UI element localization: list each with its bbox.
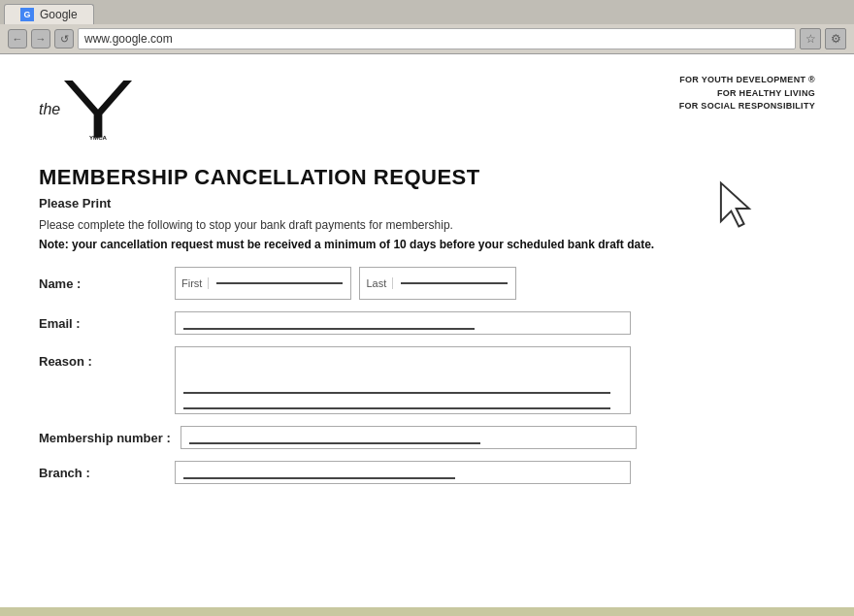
reason-row: Reason :	[39, 346, 815, 414]
page-content: the YMCA FOR YOUTH DEVELOPMENT ® FOR HEA…	[0, 54, 854, 607]
toolbar-icons: ☆ ⚙	[800, 28, 846, 49]
browser-tab[interactable]: G Google	[4, 4, 94, 24]
tagline-line1: FOR YOUTH DEVELOPMENT ®	[679, 74, 815, 87]
membership-row: Membership number :	[39, 426, 815, 449]
back-button[interactable]: ←	[8, 29, 27, 49]
tagline-line3: FOR SOCIAL RESPONSIBILITY	[679, 100, 815, 113]
logo-area: the YMCA	[39, 74, 132, 146]
reason-label: Reason :	[39, 346, 165, 369]
instruction-text: Please complete the following to stop yo…	[39, 218, 815, 232]
first-placeholder: First	[176, 277, 209, 289]
branch-field[interactable]	[175, 461, 631, 484]
last-placeholder: Last	[360, 277, 393, 289]
membership-label: Membership number :	[39, 431, 171, 445]
note-text: Note: your cancellation request must be …	[39, 238, 815, 251]
tagline: FOR YOUTH DEVELOPMENT ® FOR HEALTHY LIVI…	[679, 74, 815, 113]
forward-button[interactable]: →	[31, 29, 50, 49]
branch-row: Branch :	[39, 461, 815, 484]
bookmark-icon[interactable]: ☆	[800, 28, 821, 49]
tab-label: Google	[40, 8, 78, 21]
email-row: Email :	[39, 311, 815, 335]
membership-field[interactable]	[181, 426, 637, 449]
ymca-logo: YMCA	[64, 74, 132, 146]
last-name-field[interactable]: Last	[359, 267, 516, 300]
address-bar-row: ← → ↺ ☆ ⚙	[0, 24, 854, 53]
name-row: Name : First Last	[39, 267, 815, 300]
page-header: the YMCA FOR YOUTH DEVELOPMENT ® FOR HEA…	[39, 74, 815, 146]
logo-the-text: the	[39, 101, 60, 118]
email-label: Email :	[39, 316, 165, 331]
tagline-line2: FOR HEALTHY LIVING	[679, 87, 815, 101]
refresh-button[interactable]: ↺	[54, 29, 74, 49]
address-bar[interactable]	[78, 28, 796, 49]
settings-icon[interactable]: ⚙	[825, 28, 846, 49]
svg-text:YMCA: YMCA	[89, 134, 108, 141]
name-label: Name :	[39, 276, 165, 291]
email-field[interactable]	[175, 311, 631, 335]
first-name-field[interactable]: First	[175, 267, 351, 300]
name-fields: First Last	[175, 267, 815, 300]
please-print: Please Print	[39, 196, 815, 211]
page-title: MEMBERSHIP CANCELLATION REQUEST	[39, 165, 815, 190]
tab-bar: G Google	[0, 0, 854, 24]
reason-field[interactable]	[175, 346, 631, 414]
browser-chrome: G Google ← → ↺ ☆ ⚙	[0, 0, 854, 54]
tab-favicon: G	[20, 8, 34, 21]
branch-label: Branch :	[39, 466, 165, 480]
